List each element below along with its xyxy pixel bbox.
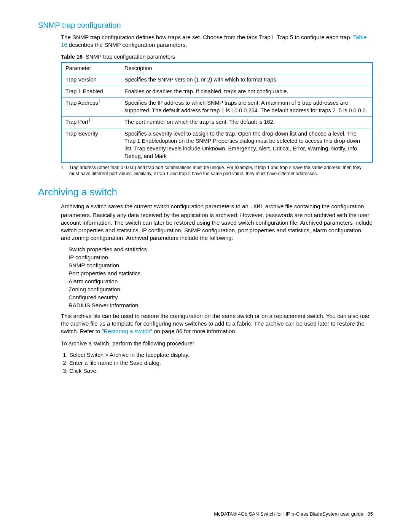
param-name: Trap Port (65, 119, 88, 125)
param-desc: Enables or disables the trap. If disable… (121, 86, 373, 97)
param-name: Trap Version (65, 77, 97, 83)
archiving-para3: To archive a switch, perform the followi… (61, 340, 373, 347)
footnote-num: 1. (61, 165, 69, 177)
list-item: Select Switch > Archive in the faceplate… (69, 351, 373, 358)
param-desc: The port number on which the trap is sen… (121, 117, 373, 128)
list-item: Zoning configuration (68, 286, 373, 292)
archiving-heading: Archiving a switch (38, 186, 373, 198)
table-row: Trap Port1 The port number on which the … (61, 117, 373, 128)
table-caption: Table 16 SNMP trap configuration paramet… (61, 54, 373, 60)
table-row: Trap Address1 Specifies the IP address t… (61, 97, 373, 117)
list-item: Click Save. (69, 367, 373, 374)
page-number: 85 (368, 511, 373, 517)
procedure-list: Select Switch > Archive in the faceplate… (61, 351, 373, 374)
p2-b: ” on page 86 for more information. (150, 328, 237, 334)
footnote-text: Trap address (other than 0.0.0.0) and tr… (69, 165, 372, 177)
intro-before: The SNMP trap configuration defines how … (61, 34, 353, 40)
th-description: Description (121, 62, 373, 74)
list-item: Port properties and statistics (68, 270, 373, 276)
snmp-intro: The SNMP trap configuration defines how … (61, 34, 373, 49)
param-desc: Specifies the IP address to which SNMP t… (121, 97, 373, 117)
params-table: Parameter Description Trap Version Speci… (61, 62, 373, 163)
list-item: SNMP configuration (68, 262, 373, 268)
list-item: Switch properties and statistics (68, 246, 373, 252)
p1-a: Archiving a switch saves the current swi… (61, 203, 250, 209)
th-parameter: Parameter (61, 62, 121, 74)
param-name: Trap 1 Enabled (65, 88, 103, 94)
list-item: Configured security (68, 294, 373, 300)
p1-code: .XML (250, 204, 264, 210)
table-footnote: 1. Trap address (other than 0.0.0.0) and… (61, 165, 373, 177)
archived-list: Switch properties and statistics IP conf… (61, 246, 373, 308)
table-row: Trap Severity Specifies a severity level… (61, 128, 373, 162)
list-item: RADIUS Server information (68, 302, 373, 308)
table-row: Trap 1 Enabled Enables or disables the t… (61, 86, 373, 97)
param-sup: 1 (88, 118, 91, 122)
caption-label: Table 16 (61, 54, 83, 60)
caption-text: SNMP trap configuration parameters (86, 54, 175, 60)
param-desc: Specifies a severity level to assign to … (121, 128, 373, 162)
footer-text: McDATA® 4Gb SAN Switch for HP p-Class Bl… (214, 511, 363, 517)
param-name: Trap Severity (65, 131, 98, 137)
list-item: IP configuration (68, 254, 373, 260)
list-item: Alarm configuration (68, 278, 373, 284)
param-desc: Specifies the SNMP version (1 or 2) with… (121, 74, 373, 86)
param-sup: 1 (98, 99, 100, 103)
page-footer: McDATA® 4Gb SAN Switch for HP p-Class Bl… (214, 511, 373, 517)
archiving-para1: Archiving a switch saves the current swi… (61, 203, 373, 242)
list-item: Enter a file name in the Save dialog. (69, 359, 373, 366)
snmp-heading: SNMP trap configuration (38, 21, 373, 30)
restoring-link[interactable]: Restoring a switch (104, 328, 151, 334)
param-name: Trap Address (65, 100, 98, 106)
table-row: Trap Version Specifies the SNMP version … (61, 74, 373, 86)
table-header-row: Parameter Description (61, 62, 373, 74)
archiving-para2: This archive file can be used to restore… (61, 312, 373, 335)
intro-after: describes the SNMP configuration paramet… (67, 42, 187, 48)
